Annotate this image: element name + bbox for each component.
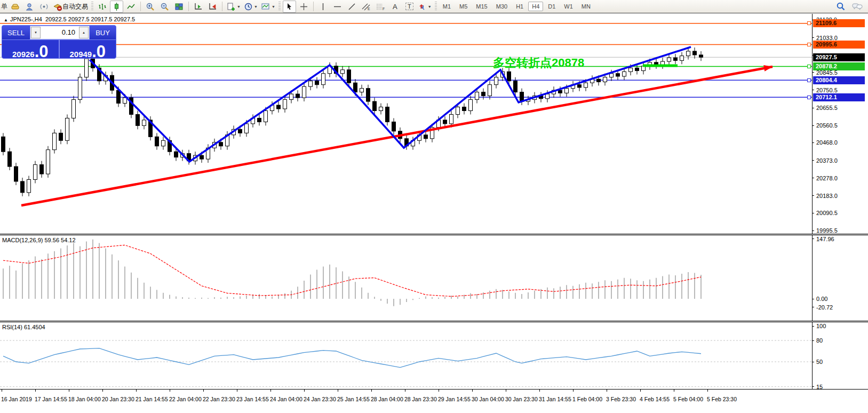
chat-button[interactable] xyxy=(850,1,864,13)
trendline-object[interactable] xyxy=(21,65,773,205)
period-clock-button[interactable]: ▼ xyxy=(243,1,259,13)
text-label-button[interactable]: T xyxy=(403,1,416,13)
time-axis-label: 18 Jan 04:00 xyxy=(68,396,101,402)
price-line-handle[interactable] xyxy=(807,21,811,25)
price-axis-tick xyxy=(812,72,814,73)
candlestick-chart-button[interactable] xyxy=(110,1,123,13)
signal-button[interactable] xyxy=(37,1,51,13)
price-tick-label: 20183.0 xyxy=(816,192,838,200)
buy-button[interactable]: BUY xyxy=(90,26,116,39)
channel-button[interactable]: E xyxy=(360,1,373,13)
macd-axis-label: 147.96 xyxy=(816,235,834,243)
timeframe-button-w1[interactable]: W1 xyxy=(560,2,577,11)
volume-value[interactable]: 0.10 xyxy=(41,26,78,39)
buy-price-decimal: .0 xyxy=(92,45,106,59)
timeframe-button-m5[interactable]: M5 xyxy=(456,2,471,11)
toolbar-separator xyxy=(188,2,189,11)
price-axis-tick xyxy=(812,125,814,126)
zigzag-trend-object[interactable] xyxy=(90,47,691,162)
timeframe-button-h1[interactable]: H1 xyxy=(512,2,527,11)
cursor-button[interactable] xyxy=(283,1,296,13)
vertical-line-icon xyxy=(320,2,327,11)
timeframe-button-m30[interactable]: M30 xyxy=(492,2,511,11)
rsi-axis-label: 80 xyxy=(816,337,823,344)
chart-title: ▲JPN225-,H4 20922.5 20927.5 20917.5 2092… xyxy=(4,16,135,22)
zoom-in-button[interactable] xyxy=(144,1,157,13)
autotrading-label: 自动交易 xyxy=(62,2,88,11)
panel-separator[interactable] xyxy=(0,321,868,322)
time-axis-label: 5 Feb 23:30 xyxy=(707,396,737,402)
price-tick-label: 20560.5 xyxy=(816,122,838,129)
new-chart-button[interactable]: ▼ xyxy=(225,1,242,13)
timeframe-button-m15[interactable]: M15 xyxy=(472,2,491,11)
terminal-window: 单 自动交易 ▼ ▼ ▼ E F A T ▼ M1M xyxy=(0,0,868,413)
bar-chart-icon xyxy=(98,2,107,11)
sell-button[interactable]: SELL xyxy=(2,26,30,39)
auto-scroll-button[interactable] xyxy=(192,1,205,13)
line-chart-button[interactable] xyxy=(124,1,138,13)
price-line-handle[interactable] xyxy=(807,65,811,68)
autotrading-button[interactable]: 自动交易 xyxy=(52,1,89,13)
trendline-button[interactable] xyxy=(345,1,359,13)
rsi-line xyxy=(3,348,701,368)
time-axis-tick xyxy=(203,389,204,392)
fibonacci-button[interactable]: F xyxy=(374,1,387,13)
panel-separator[interactable] xyxy=(0,234,868,235)
price-badge: 21109.6 xyxy=(813,19,865,27)
zoom-out-button[interactable] xyxy=(158,1,171,13)
timeframe-button-m1[interactable]: M1 xyxy=(439,2,455,11)
time-axis-label: 22 Jan 04:00 xyxy=(169,396,202,402)
timeframe-button-mn[interactable]: MN xyxy=(578,2,594,11)
period-clock-icon xyxy=(244,2,253,11)
tile-windows-button[interactable] xyxy=(172,1,186,13)
price-line-handle[interactable] xyxy=(807,78,811,82)
price-line-handle[interactable] xyxy=(807,96,811,99)
price-badge: 20995.6 xyxy=(813,41,865,49)
svg-text:F: F xyxy=(383,7,385,11)
collapse-objects-icon[interactable]: ▲ xyxy=(4,18,8,22)
accounts-button[interactable] xyxy=(23,1,36,13)
toolbar-separator xyxy=(313,2,314,11)
price-badge: 20878.2 xyxy=(813,62,865,70)
time-axis-border xyxy=(0,389,868,390)
price-tick-label: 20655.5 xyxy=(816,104,838,112)
timeframe-button-d1[interactable]: D1 xyxy=(544,2,559,11)
horizontal-line-button[interactable] xyxy=(331,1,344,13)
chart-shift-button[interactable] xyxy=(206,1,219,13)
rsi-indicator-label: RSI(14) 61.4504 xyxy=(2,324,45,330)
dropdown-arrow-icon: ▼ xyxy=(254,5,258,9)
buy-price[interactable]: 20949.0 xyxy=(60,40,116,59)
text-button[interactable]: A xyxy=(388,1,402,13)
price-line-handle[interactable] xyxy=(807,43,811,46)
toolbar-separator xyxy=(222,2,222,11)
volume-decrease-button[interactable]: ▼ xyxy=(31,27,41,38)
price-axis-tick xyxy=(812,160,814,161)
macd-axis-tick xyxy=(812,239,814,239)
chart-annotation[interactable]: 多空转折点20878 xyxy=(493,55,584,71)
rsi-axis-label: 50 xyxy=(816,358,823,366)
search-icon xyxy=(836,2,846,11)
volume-increase-button[interactable]: ▲ xyxy=(79,27,89,38)
autotrading-icon xyxy=(53,2,62,11)
sell-price[interactable]: 20926.0 xyxy=(2,40,60,59)
chart-shift-icon xyxy=(208,2,217,11)
arrows-button[interactable]: ▼ xyxy=(417,1,433,13)
bar-chart-button[interactable] xyxy=(95,1,109,13)
new-order-button[interactable] xyxy=(9,1,22,13)
crosshair-button[interactable] xyxy=(297,1,310,13)
zoom-in-icon xyxy=(146,2,155,11)
crosshair-icon xyxy=(299,2,308,11)
timeframe-button-h4[interactable]: H4 xyxy=(528,2,543,11)
macd-histogram xyxy=(3,240,701,306)
time-axis-tick xyxy=(539,389,540,392)
chart-ohlc-values: 20922.5 20927.5 20917.5 20927.5 xyxy=(45,16,135,22)
one-click-trading-panel: SELL ▼ 0.10 ▲ BUY 20926.0 20949.0 xyxy=(2,25,116,59)
vertical-line-button[interactable] xyxy=(316,1,330,13)
time-axis-tick xyxy=(304,389,305,392)
toolbar-separator xyxy=(140,2,141,11)
search-button[interactable] xyxy=(834,1,847,13)
template-button[interactable]: ▼ xyxy=(260,1,276,13)
horizontal-price-lines[interactable] xyxy=(0,23,812,98)
time-axis-tick xyxy=(506,389,506,392)
time-axis-label: 4 Feb 14:55 xyxy=(640,396,670,402)
